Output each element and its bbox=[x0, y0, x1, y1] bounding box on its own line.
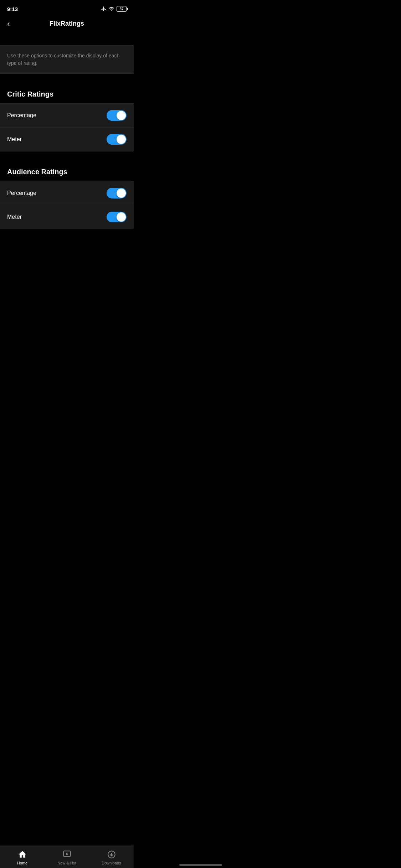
audience-meter-row: Meter bbox=[0, 205, 134, 229]
audience-meter-toggle[interactable] bbox=[107, 212, 127, 222]
top-spacer bbox=[0, 35, 134, 45]
section-spacer-1 bbox=[0, 74, 134, 84]
audience-percentage-row: Percentage bbox=[0, 181, 134, 205]
section-spacer-2 bbox=[0, 151, 134, 162]
critic-meter-toggle[interactable] bbox=[107, 134, 127, 145]
battery-indicator: 87 bbox=[117, 6, 127, 12]
status-time: 9:13 bbox=[7, 6, 18, 12]
audience-meter-thumb bbox=[117, 212, 126, 222]
description-text: Use these options to customize the displ… bbox=[7, 52, 127, 67]
wifi-icon bbox=[109, 6, 114, 12]
critic-percentage-thumb bbox=[117, 111, 126, 120]
audience-percentage-thumb bbox=[117, 188, 126, 198]
audience-ratings-header: Audience Ratings bbox=[0, 162, 134, 181]
critic-ratings-title: Critic Ratings bbox=[7, 90, 53, 98]
tab-bar-spacer bbox=[0, 229, 134, 261]
audience-ratings-title: Audience Ratings bbox=[7, 168, 67, 176]
audience-percentage-toggle[interactable] bbox=[107, 188, 127, 198]
status-icons: 87 bbox=[101, 6, 127, 12]
critic-ratings-header: Critic Ratings bbox=[0, 84, 134, 104]
back-button[interactable]: ‹ bbox=[7, 20, 10, 28]
audience-meter-label: Meter bbox=[7, 214, 22, 220]
critic-percentage-label: Percentage bbox=[7, 112, 36, 119]
description-section: Use these options to customize the displ… bbox=[0, 45, 134, 74]
critic-meter-label: Meter bbox=[7, 136, 22, 143]
status-bar: 9:13 87 bbox=[0, 0, 134, 16]
critic-percentage-row: Percentage bbox=[0, 104, 134, 128]
nav-header: ‹ FlixRatings bbox=[0, 16, 134, 35]
audience-percentage-label: Percentage bbox=[7, 190, 36, 196]
critic-meter-thumb bbox=[117, 135, 126, 144]
critic-meter-row: Meter bbox=[0, 128, 134, 151]
critic-percentage-toggle[interactable] bbox=[107, 110, 127, 121]
page-title: FlixRatings bbox=[50, 20, 84, 27]
airplane-icon bbox=[101, 6, 107, 12]
